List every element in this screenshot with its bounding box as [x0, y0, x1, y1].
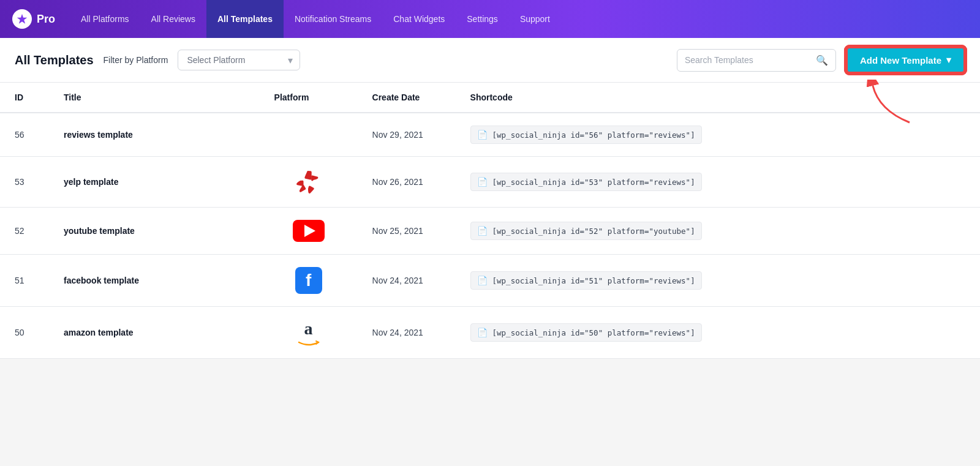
shortcode-text: [wp_social_ninja id="51" platform="revie…	[492, 276, 695, 285]
cell-shortcode: 📄 [wp_social_ninja id="52" platform="you…	[456, 208, 980, 255]
col-header-create-date: Create Date	[358, 83, 456, 113]
cell-title: facebook template	[49, 255, 260, 307]
doc-icon: 📄	[477, 328, 488, 337]
table-row[interactable]: 53 yelp template Nov 26, 2021	[0, 157, 980, 208]
col-header-platform: Platform	[260, 83, 358, 113]
shortcode-badge[interactable]: 📄 [wp_social_ninja id="51" platform="rev…	[470, 271, 702, 290]
filter-label: Filter by Platform	[104, 55, 168, 65]
brand-icon	[12, 9, 32, 29]
platform-filter-wrapper: Select Platform	[178, 50, 300, 70]
cell-shortcode: 📄 [wp_social_ninja id="50" platform="rev…	[456, 307, 980, 359]
cell-platform	[260, 157, 358, 208]
cell-shortcode: 📄 [wp_social_ninja id="53" platform="rev…	[456, 157, 980, 208]
shortcode-text: [wp_social_ninja id="56" platform="revie…	[492, 130, 695, 140]
add-new-template-button[interactable]: Add New Template ▾	[846, 47, 965, 73]
brand[interactable]: Pro	[12, 9, 55, 29]
doc-icon: 📄	[477, 226, 488, 236]
cell-title: youtube template	[49, 208, 260, 255]
cell-shortcode: 📄 [wp_social_ninja id="51" platform="rev…	[456, 255, 980, 307]
cell-id: 51	[0, 255, 49, 307]
platform-select[interactable]: Select Platform	[178, 50, 300, 70]
cell-id: 56	[0, 113, 49, 157]
doc-icon: 📄	[477, 177, 488, 187]
shortcode-badge[interactable]: 📄 [wp_social_ninja id="53" platform="rev…	[470, 173, 702, 191]
table-header-row: ID Title Platform Create Date Shortcode	[0, 83, 980, 113]
col-header-id: ID	[0, 83, 49, 113]
col-header-title: Title	[49, 83, 260, 113]
page-title: All Templates	[15, 53, 94, 67]
amazon-icon: a	[274, 319, 343, 346]
yelp-icon	[274, 169, 343, 195]
cell-platform	[260, 113, 358, 157]
table-row[interactable]: 51 facebook template f Nov 24, 2021 📄 [w…	[0, 255, 980, 307]
table-body: 56 reviews template Nov 29, 2021 📄 [wp_s…	[0, 113, 980, 359]
cell-platform	[260, 208, 358, 255]
nav-item-support[interactable]: Support	[509, 0, 561, 38]
cell-date: Nov 26, 2021	[358, 157, 456, 208]
cell-date: Nov 24, 2021	[358, 255, 456, 307]
cell-platform: f	[260, 255, 358, 307]
doc-icon: 📄	[477, 276, 488, 285]
cell-date: Nov 25, 2021	[358, 208, 456, 255]
shortcode-text: [wp_social_ninja id="52" platform="youtu…	[492, 227, 695, 236]
templates-table-container: ID Title Platform Create Date Shortcode …	[0, 83, 980, 359]
youtube-icon	[274, 220, 343, 242]
nav-item-all-platforms[interactable]: All Platforms	[70, 0, 140, 38]
table-row[interactable]: 50 amazon template a Nov 24, 2021 📄 [wp_…	[0, 307, 980, 359]
shortcode-text: [wp_social_ninja id="50" platform="revie…	[492, 328, 695, 337]
cell-id: 53	[0, 157, 49, 208]
cell-id: 50	[0, 307, 49, 359]
brand-label: Pro	[37, 13, 55, 26]
nav-item-settings[interactable]: Settings	[456, 0, 509, 38]
templates-table: ID Title Platform Create Date Shortcode …	[0, 83, 980, 359]
doc-icon: 📄	[477, 130, 488, 140]
shortcode-text: [wp_social_ninja id="53" platform="revie…	[492, 178, 695, 187]
table-row[interactable]: 52 youtube template Nov 25, 2021 📄 [wp_s…	[0, 208, 980, 255]
search-icon: 🔍	[816, 54, 828, 66]
nav-item-all-reviews[interactable]: All Reviews	[140, 0, 206, 38]
search-input[interactable]	[685, 55, 811, 65]
shortcode-badge[interactable]: 📄 [wp_social_ninja id="50" platform="rev…	[470, 323, 702, 342]
cell-id: 52	[0, 208, 49, 255]
cell-platform: a	[260, 307, 358, 359]
cell-title: amazon template	[49, 307, 260, 359]
chevron-down-icon: ▾	[946, 54, 951, 66]
facebook-icon: f	[274, 267, 343, 294]
table-row[interactable]: 56 reviews template Nov 29, 2021 📄 [wp_s…	[0, 113, 980, 157]
shortcode-badge[interactable]: 📄 [wp_social_ninja id="52" platform="you…	[470, 222, 702, 240]
navbar: Pro All PlatformsAll ReviewsAll Template…	[0, 0, 980, 38]
col-header-shortcode: Shortcode	[456, 83, 980, 113]
add-button-label: Add New Template	[860, 55, 941, 66]
table-header: ID Title Platform Create Date Shortcode	[0, 83, 980, 113]
nav-item-notification-streams[interactable]: Notification Streams	[284, 0, 382, 38]
search-wrapper: 🔍	[677, 49, 836, 72]
cell-date: Nov 29, 2021	[358, 113, 456, 157]
nav-item-chat-widgets[interactable]: Chat Widgets	[382, 0, 456, 38]
cell-title: yelp template	[49, 157, 260, 208]
nav-item-all-templates[interactable]: All Templates	[206, 0, 284, 38]
shortcode-badge[interactable]: 📄 [wp_social_ninja id="56" platform="rev…	[470, 126, 702, 144]
cell-date: Nov 24, 2021	[358, 307, 456, 359]
toolbar: All Templates Filter by Platform Select …	[0, 38, 980, 83]
cell-shortcode: 📄 [wp_social_ninja id="56" platform="rev…	[456, 113, 980, 157]
cell-title: reviews template	[49, 113, 260, 157]
